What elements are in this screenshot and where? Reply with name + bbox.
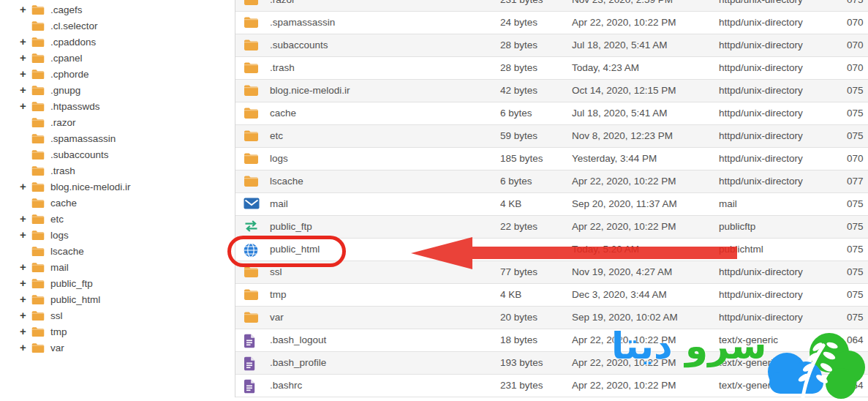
expand-plus-icon[interactable]: + <box>20 50 31 66</box>
file-perms: 075 <box>847 193 868 215</box>
sidebar-item--spamassassin[interactable]: .spamassassin <box>0 130 235 146</box>
sidebar-item--razor[interactable]: .razor <box>0 114 235 130</box>
expand-plus-icon[interactable]: + <box>20 307 31 323</box>
file-name: .bashrc <box>270 375 302 397</box>
expand-plus-icon[interactable]: + <box>20 259 31 275</box>
sidebar-item-cache[interactable]: cache <box>0 195 235 211</box>
file-name: cache <box>270 102 296 124</box>
sidebar-item-tmp[interactable]: +tmp <box>0 323 235 340</box>
file-size: 59 bytes <box>500 125 537 147</box>
table-row-mail[interactable]: mail4 KBSep 20, 2020, 11:37 AMmail075 <box>235 193 868 216</box>
table-row--subaccounts[interactable]: .subaccounts28 bytesJul 18, 2020, 5:41 A… <box>235 34 868 57</box>
file-size: 4 KB <box>500 193 521 215</box>
folder-icon <box>244 61 260 75</box>
table-row-var[interactable]: var20 bytesSep 19, 2020, 10:02 AMhttpd/u… <box>235 307 868 329</box>
sidebar-item-etc[interactable]: +etc <box>0 211 235 227</box>
folder-icon <box>31 293 45 305</box>
file-size: 193 bytes <box>500 352 543 374</box>
folder-icon <box>31 165 45 176</box>
table-row-logs[interactable]: logs185 bytesYesterday, 3:44 PMhttpd/uni… <box>235 148 868 170</box>
sidebar-item-ssl[interactable]: +ssl <box>0 307 235 323</box>
table-row-lscache[interactable]: lscache6 bytesApr 22, 2020, 10:22 PMhttp… <box>235 170 868 193</box>
sidebar-item-label: logs <box>50 230 69 241</box>
sidebar-item-blog-nice-melodi-ir[interactable]: +blog.nice-melodi.ir <box>0 179 235 195</box>
file-modified: Oct 14, 2020, 12:15 PM <box>572 80 676 102</box>
sidebar-item--cagefs[interactable]: +.cagefs <box>0 1 235 18</box>
folder-icon <box>31 52 45 64</box>
watermark-word-serv: سرو <box>685 325 766 367</box>
file-perms: 075 <box>847 284 868 306</box>
sidebar-item-label: .htpasswds <box>50 101 100 112</box>
expand-plus-icon[interactable]: + <box>20 82 31 98</box>
expand-plus-icon[interactable]: + <box>20 98 31 114</box>
expand-plus-icon[interactable]: + <box>20 211 31 227</box>
folder-icon <box>31 132 45 144</box>
expand-plus-icon[interactable]: + <box>20 66 31 82</box>
red-arrow-body <box>471 247 737 259</box>
file-modified: Today, 4:23 AM <box>572 57 639 79</box>
expand-plus-icon[interactable]: + <box>20 227 31 243</box>
folder-icon <box>244 152 260 166</box>
file-size: 77 bytes <box>500 261 537 283</box>
cloud-tree-logo-icon <box>765 329 868 401</box>
file-name: logs <box>270 148 288 170</box>
folder-tree: +.cagefs.cl.selector+.cpaddons+.cpanel+.… <box>0 0 235 401</box>
folder-icon <box>31 197 45 209</box>
sidebar-item-logs[interactable]: +logs <box>0 227 235 243</box>
expand-plus-icon[interactable]: + <box>20 34 31 50</box>
sidebar-item-mail[interactable]: +mail <box>0 259 235 275</box>
file-size: 22 bytes <box>500 216 537 238</box>
table-row--spamassassin[interactable]: .spamassassin24 bytesApr 22, 2020, 10:22… <box>235 12 868 34</box>
sidebar-item--htpasswds[interactable]: +.htpasswds <box>0 98 235 114</box>
expand-plus-icon[interactable]: + <box>20 340 31 356</box>
file-size: 6 bytes <box>500 102 532 124</box>
table-row--razor[interactable]: .razor231 bytesNov 23, 2020, 2:59 PMhttp… <box>235 0 868 12</box>
file-perms: 075 <box>847 102 868 124</box>
sidebar-item--trash[interactable]: .trash <box>0 162 235 179</box>
table-row--trash[interactable]: .trash28 bytesToday, 4:23 AMhttpd/unix-d… <box>235 57 868 80</box>
table-row-cache[interactable]: cache6 bytesJul 18, 2020, 5:41 AMhttpd/u… <box>235 102 868 125</box>
file-type: httpd/unix-directory <box>719 284 803 306</box>
file-perms: 075 <box>847 80 868 102</box>
file-type: httpd/unix-directory <box>719 148 803 170</box>
expand-plus-icon[interactable]: + <box>20 179 31 195</box>
file-icon <box>244 356 260 370</box>
file-perms: 075 <box>847 0 868 11</box>
sidebar-item-public-html[interactable]: +public_html <box>0 291 235 307</box>
file-type: httpd/unix-directory <box>719 125 803 147</box>
sidebar-item-public-ftp[interactable]: +public_ftp <box>0 275 235 291</box>
sidebar-item-label: etc <box>50 214 64 225</box>
table-row-blog-nice-melodi-ir[interactable]: blog.nice-melodi.ir42 bytesOct 14, 2020,… <box>235 80 868 102</box>
folder-icon <box>31 68 45 80</box>
table-row-tmp[interactable]: tmp4 KBDec 3, 2020, 3:44 AMhttpd/unix-di… <box>235 284 868 307</box>
expand-plus-icon[interactable]: + <box>20 323 31 340</box>
file-perms: 070 <box>847 57 868 79</box>
file-perms: 070 <box>847 34 868 56</box>
file-size: 4 KB <box>500 284 521 306</box>
sidebar-item--gnupg[interactable]: +.gnupg <box>0 82 235 98</box>
sidebar-item--cpaddons[interactable]: +.cpaddons <box>0 34 235 50</box>
watermark-word-data: دیتا <box>611 325 673 367</box>
file-type: httpd/unix-directory <box>719 12 803 34</box>
sidebar-item-label: mail <box>50 262 69 273</box>
sidebar-item--cl-selector[interactable]: .cl.selector <box>0 18 235 34</box>
expand-plus-icon[interactable]: + <box>20 275 31 291</box>
expand-plus-icon[interactable]: + <box>20 1 31 18</box>
file-type: httpd/unix-directory <box>719 102 803 124</box>
folder-icon <box>244 130 260 143</box>
file-name: public_ftp <box>270 216 312 238</box>
sidebar-item-lscache[interactable]: lscache <box>0 243 235 259</box>
sidebar-item--subaccounts[interactable]: .subaccounts <box>0 146 235 162</box>
sidebar-item-label: .cl.selector <box>50 20 98 31</box>
file-type: httpd/unix-directory <box>719 170 803 192</box>
file-type: httpd/unix-directory <box>719 34 803 56</box>
sidebar-item--cpanel[interactable]: +.cpanel <box>0 50 235 66</box>
expand-plus-icon[interactable]: + <box>20 291 31 307</box>
sidebar-item-var[interactable]: +var <box>0 340 235 356</box>
file-size: 28 bytes <box>500 57 537 79</box>
folder-icon <box>31 261 45 273</box>
table-row-etc[interactable]: etc59 bytesNov 8, 2020, 12:23 PMhttpd/un… <box>235 125 868 148</box>
folder-icon <box>31 36 45 48</box>
sidebar-item-label: .trash <box>50 165 75 176</box>
sidebar-item--cphorde[interactable]: +.cphorde <box>0 66 235 82</box>
